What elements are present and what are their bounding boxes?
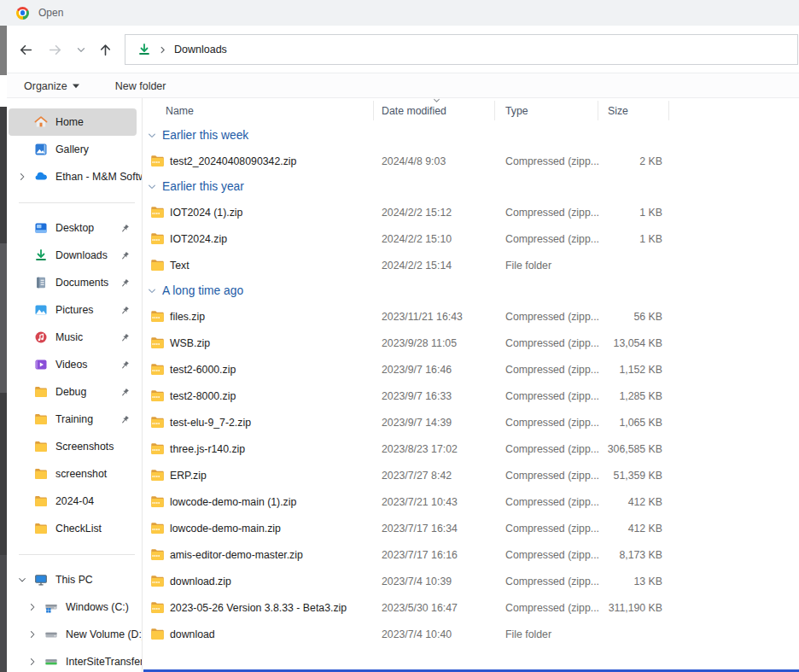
pin-icon[interactable]	[120, 387, 131, 398]
sidebar-item-pictures[interactable]: Pictures	[7, 296, 142, 324]
file-size: 1 KB	[544, 199, 662, 225]
sidebar-item-debug[interactable]: Debug	[7, 378, 142, 406]
sidebar-item-music[interactable]: Music	[7, 324, 142, 351]
back-arrow-icon	[19, 43, 33, 57]
breadcrumb-location[interactable]: Downloads	[174, 44, 227, 56]
file-name: files.zip	[170, 311, 205, 323]
file-row-test2-6000-zip[interactable]: test2-6000.zip2023/9/7 16:46Compressed (…	[143, 356, 799, 383]
group-header-earlier-this-year[interactable]: Earlier this year	[143, 174, 799, 199]
pin-icon[interactable]	[120, 359, 131, 371]
column-header-name[interactable]: Name	[166, 98, 194, 123]
sidebar-item-ethan-m-m-softw[interactable]: Ethan - M&M Softw	[7, 163, 142, 190]
file-row-test2-8000-zip[interactable]: test2-8000.zip2023/9/7 16:33Compressed (…	[143, 383, 799, 409]
sidebar-item-windows-c[interactable]: Windows (C:)	[7, 593, 142, 621]
sidebar-item-checklist[interactable]: CheckList	[7, 515, 142, 542]
column-divider[interactable]	[668, 101, 669, 120]
group-header-earlier-this-week[interactable]: Earlier this week	[143, 123, 799, 148]
dialog-toolbar: Organize New folder	[7, 73, 799, 98]
file-row-2023-05-26-version-3-8-33-beta3-zip[interactable]: 2023-05-26 Version 3.8.33 - Beta3.zip202…	[143, 594, 799, 621]
file-row-iot2024-zip[interactable]: IOT2024.zip2024/2/2 15:10Compressed (zip…	[143, 225, 799, 252]
sidebar-item-label: Windows (C:)	[66, 601, 129, 613]
file-row-test-elu-9-7-2-zip[interactable]: test-elu-9_7-2.zip2023/9/7 14:39Compress…	[143, 409, 799, 435]
file-date-modified: 2023/7/27 8:42	[382, 462, 452, 488]
zip-folder-icon	[150, 362, 165, 377]
sidebar-item-downloads[interactable]: Downloads	[7, 242, 142, 269]
file-name: test-elu-9_7-2.zip	[170, 417, 251, 429]
forward-button[interactable]	[45, 40, 64, 59]
organize-button[interactable]: Organize	[14, 73, 90, 98]
file-row-wsb-zip[interactable]: WSB.zip2023/9/28 11:05Compressed (zipp..…	[143, 330, 799, 356]
sidebar-item-label: Training	[55, 413, 93, 425]
column-divider[interactable]	[598, 101, 598, 120]
background-window-edge	[0, 243, 7, 393]
expand-chevron-right-icon[interactable]	[27, 657, 44, 667]
sidebar-item-new-volume-d[interactable]: New Volume (D:)	[7, 621, 142, 648]
pin-icon[interactable]	[120, 223, 131, 234]
sidebar-item-label: Documents	[55, 277, 108, 289]
file-name: IOT2024.zip	[170, 233, 227, 245]
file-row-lowcode-demo-main-1-zip[interactable]: lowcode-demo-main (1).zip2023/7/21 10:43…	[143, 488, 799, 515]
file-date-modified: 2024/2/2 15:10	[382, 225, 452, 252]
pin-icon[interactable]	[120, 250, 131, 261]
file-name-cell: WSB.zip	[150, 330, 210, 356]
file-row-text[interactable]: Text2024/2/2 15:14File folder	[143, 252, 799, 278]
file-date-modified: 2023/11/21 16:43	[382, 303, 463, 330]
expand-chevron-right-icon[interactable]	[17, 172, 34, 182]
file-name: ERP.zip	[170, 470, 207, 482]
pin-icon[interactable]	[120, 414, 131, 425]
new-folder-button[interactable]: New folder	[105, 73, 177, 98]
file-row-files-zip[interactable]: files.zip2023/11/21 16:43Compressed (zip…	[143, 303, 799, 330]
sidebar-item-gallery[interactable]: Gallery	[7, 136, 142, 163]
desktop-icon	[34, 221, 48, 235]
file-row-amis-editor-demo-master-zip[interactable]: amis-editor-demo-master.zip2023/7/17 16:…	[143, 541, 799, 568]
up-button[interactable]	[96, 40, 114, 59]
sidebar-item-documents[interactable]: Documents	[7, 269, 142, 296]
pin-icon[interactable]	[120, 332, 131, 343]
column-divider[interactable]	[494, 101, 495, 120]
sidebar-item-2024-04[interactable]: 2024-04	[7, 488, 142, 515]
file-row-download[interactable]: download2023/7/4 10:40File folder	[143, 621, 799, 647]
file-row-test2-20240408090342-zip[interactable]: test2_20240408090342.zip2024/4/8 9:03Com…	[143, 148, 799, 174]
file-date-modified: 2023/7/17 16:34	[382, 515, 458, 541]
file-row-lowcode-demo-main-zip[interactable]: lowcode-demo-main.zip2023/7/17 16:34Comp…	[143, 515, 799, 541]
file-size: 1,285 KB	[544, 383, 662, 409]
expand-chevron-right-icon[interactable]	[27, 602, 44, 612]
back-button[interactable]	[16, 40, 35, 59]
chevron-right-icon	[27, 657, 38, 667]
file-date-modified: 2023/7/4 10:39	[382, 568, 452, 594]
file-row-download-zip[interactable]: download.zip2023/7/4 10:39Compressed (zi…	[143, 568, 799, 594]
folder-icon	[34, 385, 48, 399]
file-size: 56 KB	[544, 303, 662, 330]
file-size: 8,173 KB	[544, 541, 662, 568]
file-row-iot2024-1-zip[interactable]: IOT2024 (1).zip2024/2/2 15:12Compressed …	[143, 199, 799, 225]
sidebar-item-label: Debug	[55, 386, 86, 398]
sidebar-item-home[interactable]: Home	[9, 108, 137, 136]
address-bar[interactable]: Downloads	[125, 34, 798, 65]
sidebar-item-videos[interactable]: Videos	[7, 351, 142, 378]
sidebar-item-screenshots[interactable]: Screenshots	[7, 433, 142, 460]
file-row-erp-zip[interactable]: ERP.zip2023/7/27 8:42Compressed (zipp...…	[143, 462, 799, 488]
pin-icon[interactable]	[120, 278, 131, 289]
pin-icon[interactable]	[120, 305, 131, 316]
zip-folder-icon	[150, 205, 165, 219]
column-header-type[interactable]: Type	[505, 98, 528, 123]
file-date-modified: 2023/9/7 16:33	[382, 383, 452, 409]
thispc-icon	[34, 573, 48, 587]
sidebar-item-desktop[interactable]: Desktop	[7, 214, 142, 242]
group-header-a-long-time-ago[interactable]: A long time ago	[143, 278, 799, 303]
sidebar: HomeGalleryEthan - M&M SoftwDesktopDownl…	[7, 98, 142, 672]
file-name-cell: lowcode-demo-main (1).zip	[150, 488, 296, 515]
sidebar-item-intersitetransfer-i[interactable]: InterSiteTransfer (I	[7, 648, 142, 672]
sidebar-item-screenshot[interactable]: screenshot	[7, 460, 142, 488]
group-label: A long time ago	[162, 284, 243, 297]
recent-locations-button[interactable]	[72, 40, 90, 59]
file-row-three-js-r140-zip[interactable]: three.js-r140.zip2023/8/23 17:02Compress…	[143, 435, 799, 462]
file-date-modified: 2023/9/28 11:05	[382, 330, 457, 356]
column-header-size[interactable]: Size	[608, 98, 628, 123]
expand-chevron-down-icon[interactable]	[17, 575, 34, 585]
home-icon	[34, 115, 48, 129]
sidebar-item-this-pc[interactable]: This PC	[7, 566, 142, 593]
sidebar-item-training[interactable]: Training	[7, 406, 142, 433]
column-divider[interactable]	[373, 101, 374, 120]
expand-chevron-right-icon[interactable]	[27, 629, 44, 640]
